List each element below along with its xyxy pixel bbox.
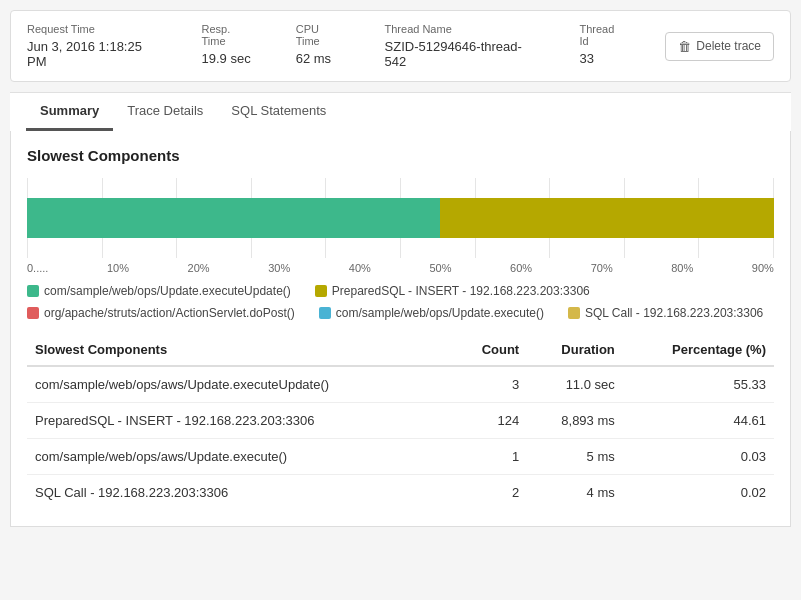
legend-label: SQL Call - 192.168.223.203:3306 xyxy=(585,306,763,320)
cell-percentage: 0.02 xyxy=(623,475,774,511)
x-axis-tick: 70% xyxy=(591,262,613,274)
resp-time-label: Resp. Time xyxy=(201,23,255,47)
cell-duration: 8,893 ms xyxy=(527,403,623,439)
cell-count: 1 xyxy=(454,439,528,475)
cell-percentage: 55.33 xyxy=(623,366,774,403)
table-row: com/sample/web/ops/aws/Update.execute()1… xyxy=(27,439,774,475)
request-time-value: Jun 3, 2016 1:18:25 PM xyxy=(27,39,142,69)
resp-time-value: 19.9 sec xyxy=(201,51,250,66)
x-axis-tick: 0..... xyxy=(27,262,48,274)
tab-trace-details[interactable]: Trace Details xyxy=(113,93,217,131)
request-time-field: Request Time Jun 3, 2016 1:18:25 PM xyxy=(27,23,161,69)
table-row: PreparedSQL - INSERT - 192.168.223.203:3… xyxy=(27,403,774,439)
cell-component: PreparedSQL - INSERT - 192.168.223.203:3… xyxy=(27,403,454,439)
cell-duration: 4 ms xyxy=(527,475,623,511)
tab-summary[interactable]: Summary xyxy=(26,93,113,131)
legend-label: com/sample/web/ops/Update.executeUpdate(… xyxy=(44,284,291,298)
x-axis-tick: 30% xyxy=(268,262,290,274)
legend-color-box xyxy=(319,307,331,319)
legend-color-box xyxy=(315,285,327,297)
thread-id-label: Thread Id xyxy=(579,23,625,47)
col-percentage: Percentage (%) xyxy=(623,334,774,366)
legend-label: com/sample/web/ops/Update.execute() xyxy=(336,306,544,320)
tab-sql-statements[interactable]: SQL Statements xyxy=(217,93,340,131)
legend-label: org/apache/struts/action/ActionServlet.d… xyxy=(44,306,295,320)
legend-item: com/sample/web/ops/Update.executeUpdate(… xyxy=(27,284,291,298)
legend-item: PreparedSQL - INSERT - 192.168.223.203:3… xyxy=(315,284,590,298)
col-component: Slowest Components xyxy=(27,334,454,366)
x-axis-tick: 10% xyxy=(107,262,129,274)
cpu-time-label: CPU Time xyxy=(296,23,345,47)
table-row: SQL Call - 192.168.223.203:330624 ms0.02 xyxy=(27,475,774,511)
cell-count: 2 xyxy=(454,475,528,511)
cell-duration: 11.0 sec xyxy=(527,366,623,403)
chart-title: Slowest Components xyxy=(27,147,774,164)
cell-count: 124 xyxy=(454,403,528,439)
resp-time-field: Resp. Time 19.9 sec xyxy=(201,23,255,66)
cell-component: com/sample/web/ops/aws/Update.execute() xyxy=(27,439,454,475)
chart-grid xyxy=(27,178,774,258)
cell-percentage: 44.61 xyxy=(623,403,774,439)
legend-item: org/apache/struts/action/ActionServlet.d… xyxy=(27,306,295,320)
table-header-row: Slowest Components Count Duration Percen… xyxy=(27,334,774,366)
col-duration: Duration xyxy=(527,334,623,366)
x-axis-tick: 90% xyxy=(752,262,774,274)
trash-icon: 🗑 xyxy=(678,39,691,54)
thread-name-label: Thread Name xyxy=(385,23,540,35)
tabs-container: Summary Trace Details SQL Statements xyxy=(10,92,791,131)
legend-color-box xyxy=(568,307,580,319)
legend-item: SQL Call - 192.168.223.203:3306 xyxy=(568,306,763,320)
legend-label: PreparedSQL - INSERT - 192.168.223.203:3… xyxy=(332,284,590,298)
cell-count: 3 xyxy=(454,366,528,403)
main-content: Slowest Components 0.....10% xyxy=(10,131,791,527)
table-row: com/sample/web/ops/aws/Update.executeUpd… xyxy=(27,366,774,403)
bar-container xyxy=(27,198,774,238)
thread-name-value: SZID-51294646-thread-542 xyxy=(385,39,522,69)
request-time-label: Request Time xyxy=(27,23,161,35)
x-axis: 0.....10%20%30%40%50%60%70%80%90% xyxy=(27,262,774,274)
legend-color-box xyxy=(27,285,39,297)
cpu-time-value: 62 ms xyxy=(296,51,331,66)
x-axis-tick: 40% xyxy=(349,262,371,274)
x-axis-tick: 60% xyxy=(510,262,532,274)
legend-item: com/sample/web/ops/Update.execute() xyxy=(319,306,544,320)
table-wrapper: Slowest Components Count Duration Percen… xyxy=(27,334,774,510)
bar-segment xyxy=(440,198,773,238)
top-bar: Request Time Jun 3, 2016 1:18:25 PM Resp… xyxy=(10,10,791,82)
legend-color-box xyxy=(27,307,39,319)
cell-component: com/sample/web/ops/aws/Update.executeUpd… xyxy=(27,366,454,403)
cell-percentage: 0.03 xyxy=(623,439,774,475)
x-axis-tick: 50% xyxy=(429,262,451,274)
delete-trace-button[interactable]: 🗑 Delete trace xyxy=(665,32,774,61)
cell-component: SQL Call - 192.168.223.203:3306 xyxy=(27,475,454,511)
cpu-time-field: CPU Time 62 ms xyxy=(296,23,345,66)
col-count: Count xyxy=(454,334,528,366)
thread-name-field: Thread Name SZID-51294646-thread-542 xyxy=(385,23,540,69)
thread-id-field: Thread Id 33 xyxy=(579,23,625,66)
x-axis-tick: 20% xyxy=(188,262,210,274)
x-axis-tick: 80% xyxy=(671,262,693,274)
legend: com/sample/web/ops/Update.executeUpdate(… xyxy=(27,284,774,320)
bar-segment xyxy=(27,198,440,238)
cell-duration: 5 ms xyxy=(527,439,623,475)
chart-area: 0.....10%20%30%40%50%60%70%80%90% xyxy=(27,178,774,274)
slowest-components-table: Slowest Components Count Duration Percen… xyxy=(27,334,774,510)
thread-id-value: 33 xyxy=(579,51,593,66)
